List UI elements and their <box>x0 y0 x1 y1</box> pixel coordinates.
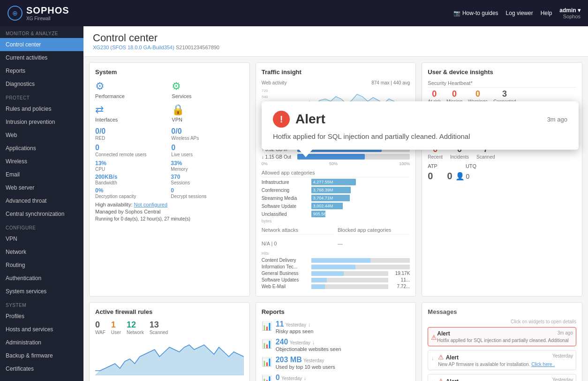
fw-scanned: 13 Scanned <box>150 320 168 335</box>
alert-popup-box[interactable]: ! Alert 3m ago Hotfix applied for SQL in… <box>262 101 579 150</box>
sidebar-item-advanced-threat[interactable]: Advanced throat <box>0 194 83 207</box>
hb-warnings-val: 0 <box>468 89 488 99</box>
bandwidth-value: 200KB/s <box>95 174 168 180</box>
sidebar-item-vpn[interactable]: VPN <box>0 232 83 245</box>
app-cat-3: Software Update 3,002.44M <box>262 203 410 209</box>
firewall-card[interactable]: Active firewall rules 0 WAF 1 User 12 Ne… <box>89 302 250 381</box>
alert-popup-body: Hotfix applied for SQL injection and par… <box>273 132 567 140</box>
user-device-card[interactable]: User & device insights Security Heartbea… <box>422 62 582 297</box>
sidebar-item-control-center[interactable]: Control center <box>0 38 83 51</box>
sidebar-item-routing[interactable]: Routing <box>0 259 83 272</box>
blocked-val: — <box>338 236 410 251</box>
report-item-1[interactable]: 📊 240 Yesterday ↓ Objectionable websites… <box>262 338 410 352</box>
sidebar-item-reports[interactable]: Reports <box>0 64 83 77</box>
sidebar-item-backup-firmware[interactable]: Backup & firmware <box>0 349 83 362</box>
msg-content-0: Alert 3m ago Hotfix applied for SQL inje… <box>437 330 573 343</box>
traffic-insight-card[interactable]: Traffic insight Web activity 874 max | 4… <box>256 62 416 297</box>
top-bar: ⊕ SOPHOS XG Firewall 📷 How-to guides Log… <box>0 0 588 26</box>
web-cat-4: Web E-Mail 7.72... <box>262 284 410 289</box>
report-desc-1: Objectionable websites seen <box>276 346 341 352</box>
services-icon-item[interactable]: ⚙ Services <box>172 80 243 99</box>
msg-title-0: Alert <box>437 330 450 337</box>
report-item-0[interactable]: 📊 11 Yesterday ↓ Risky apps seen <box>262 320 410 334</box>
performance-icon-item[interactable]: ⚙ Performance <box>95 80 167 99</box>
utq-area: 0 👤0 <box>447 171 469 182</box>
bytes-label: bytes <box>262 219 410 223</box>
na-title: Network attacks <box>262 227 334 235</box>
sidebar-item-administration[interactable]: Administration <box>0 336 83 349</box>
live-label: Live users <box>171 152 243 157</box>
vpn-icon-item[interactable]: 🔒 VPN <box>172 104 243 122</box>
click-hint: Click on widgets to open details <box>428 319 576 324</box>
perf-row: 13% CPU 33% Memory <box>95 160 244 172</box>
msg-time-0: 3m ago <box>558 330 573 335</box>
wireless-stat: 0/0 Wireless APs <box>171 127 243 141</box>
message-item-0[interactable]: ⚠ Alert 3m ago Hotfix applied for SQL in… <box>428 327 576 346</box>
blocked-cats-col: Blocked app categories — <box>338 227 410 256</box>
sidebar-item-authentication[interactable]: Authentication <box>0 272 83 285</box>
sidebar-item-applications[interactable]: Applications <box>0 142 83 155</box>
app-cat-0: Infrastructure 4,277.55M <box>262 179 410 185</box>
bottom-row: Active firewall rules 0 WAF 1 User 12 Ne… <box>83 302 588 381</box>
page-serial: S21001234567890 <box>176 45 219 50</box>
report-item-3[interactable]: 📊 0 Yesterday ↓ Intrusion attacks <box>262 373 410 381</box>
sidebar-item-rules-policies[interactable]: Rules and policies <box>0 102 83 115</box>
sidebar-section-protect: PROTECT <box>0 91 83 102</box>
sidebar-item-profiles[interactable]: Profiles <box>0 310 83 323</box>
utq-val-zero: 0 <box>447 171 452 182</box>
msg-time-1: Yesterday <box>552 353 573 358</box>
fw-user: 1 User <box>111 320 121 335</box>
sidebar-item-system-services[interactable]: System services <box>0 285 83 298</box>
system-icons-grid: ⚙ Performance ⚙ Services ⇄ Interfaces 🔒 … <box>95 80 244 122</box>
report-item-2[interactable]: 📊 203 MB Yesterday Used by top 10 web us… <box>262 356 410 370</box>
sidebar-item-current-activities[interactable]: Current activities <box>0 51 83 64</box>
message-item-2[interactable]: ↓ ⚠ Alert Yesterday New RED firmware is … <box>428 374 576 381</box>
messages-title: Messages <box>428 308 576 315</box>
sidebar: MONITOR & ANALYZE Control center Current… <box>0 26 83 381</box>
sidebar-item-central-sync[interactable]: Central synchronization <box>0 207 83 221</box>
reports-card[interactable]: Reports 📊 11 Yesterday ↓ Risky apps seen… <box>256 302 416 381</box>
threat-incidents-label: Incidents <box>450 154 469 160</box>
heartbeat-label: Security Heartbeat* <box>428 80 576 88</box>
sidebar-item-email[interactable]: Email <box>0 168 83 181</box>
sidebar-item-network[interactable]: Network <box>0 245 83 259</box>
report-when-0: Yesterday <box>286 322 306 328</box>
report-when-3: Yesterday <box>281 376 302 381</box>
msg-time-2: Yesterday <box>552 377 573 381</box>
wireless-value: 0/0 <box>171 127 243 136</box>
log-viewer-link[interactable]: Log viewer <box>506 10 533 16</box>
sidebar-section-monitor: MONITOR & ANALYZE <box>0 26 83 38</box>
user-device-title: User & device insights <box>428 69 576 76</box>
app-cat-2: Streaming Media 3,704.71M <box>262 195 410 201</box>
message-item-1[interactable]: ↓ ⚠ Alert Yesterday New AP firmware is a… <box>428 350 576 370</box>
system-stat-row-1: 0/0 RED 0/0 Wireless APs <box>95 127 244 141</box>
alert-icon-2: ⚠ <box>438 377 444 381</box>
msg-content-1: ⚠ Alert Yesterday New AP firmware is ava… <box>438 353 573 367</box>
ha-link[interactable]: Not configured <box>134 202 168 207</box>
top-right-nav: 📷 How-to guides Log viewer Help admin ▾ … <box>453 7 580 19</box>
interfaces-icon-item[interactable]: ⇄ Interfaces <box>95 104 167 122</box>
system-card[interactable]: System ⚙ Performance ⚙ Services ⇄ Interf… <box>89 62 250 297</box>
sidebar-item-web-server[interactable]: Web server <box>0 181 83 194</box>
cloud-app-item-2: ↓ 1.15 GB Out <box>262 154 410 160</box>
msg-link-1[interactable]: Click here . <box>531 362 555 367</box>
report-arrow-0: ↓ <box>308 321 310 328</box>
sidebar-item-intrusion[interactable]: Intrusion prevention <box>0 115 83 129</box>
page-subtitle-device[interactable]: XG230 (SFOS 18.0.0 GA-Build354) <box>93 45 174 50</box>
sidebar-item-certificates[interactable]: Certificates <box>0 362 83 375</box>
help-link[interactable]: Help <box>541 10 552 16</box>
live-users-stat: 0 Live users <box>171 144 243 157</box>
content-area: Control center XG230 (SFOS 18.0.0 GA-Bui… <box>83 26 588 381</box>
report-icon-3: 📊 <box>262 374 272 381</box>
report-desc-2: Used by top 10 web users <box>276 364 335 370</box>
fw-stats-row: 0 WAF 1 User 12 Network 13 Scanned <box>95 320 244 335</box>
report-count-0: 11 <box>276 320 284 328</box>
sidebar-item-wireless[interactable]: Wireless <box>0 155 83 168</box>
sidebar-section-configure: CONFIGURE <box>0 221 83 232</box>
how-to-guides-link[interactable]: 📷 How-to guides <box>453 10 498 16</box>
sidebar-item-diagnostics[interactable]: Diagnostics <box>0 77 83 91</box>
sidebar-item-web[interactable]: Web <box>0 129 83 142</box>
vpn-label: VPN <box>172 117 182 122</box>
admin-name[interactable]: admin ▾ <box>559 7 580 14</box>
sidebar-item-hosts-services[interactable]: Hosts and services <box>0 323 83 336</box>
